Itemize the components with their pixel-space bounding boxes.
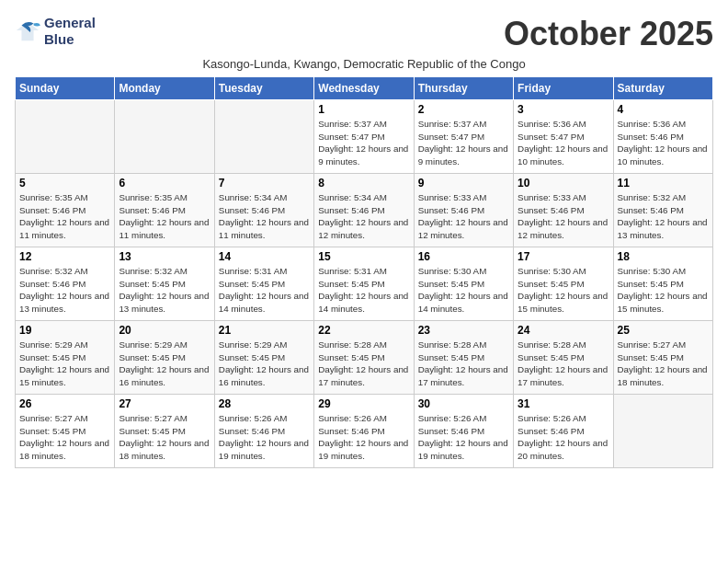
day-info: Sunrise: 5:29 AM Sunset: 5:45 PM Dayligh… [19,339,110,389]
calendar-cell: 23Sunrise: 5:28 AM Sunset: 5:45 PM Dayli… [414,321,513,395]
weekday-header-row: SundayMondayTuesdayWednesdayThursdayFrid… [16,77,713,100]
day-number: 18 [618,250,709,263]
day-number: 31 [518,397,609,410]
weekday-header: Monday [115,77,214,100]
calendar-cell: 15Sunrise: 5:31 AM Sunset: 5:45 PM Dayli… [314,247,414,321]
day-info: Sunrise: 5:26 AM Sunset: 5:46 PM Dayligh… [219,412,310,463]
header: General Blue October 2025 [15,15,713,53]
calendar-cell: 11Sunrise: 5:32 AM Sunset: 5:46 PM Dayli… [613,174,712,247]
calendar-cell: 12Sunrise: 5:32 AM Sunset: 5:46 PM Dayli… [16,247,115,321]
day-info: Sunrise: 5:32 AM Sunset: 5:45 PM Dayligh… [119,265,210,316]
calendar-cell: 28Sunrise: 5:26 AM Sunset: 5:46 PM Dayli… [214,395,313,468]
day-info: Sunrise: 5:27 AM Sunset: 5:45 PM Dayligh… [19,412,110,463]
day-number: 3 [518,103,609,116]
day-info: Sunrise: 5:34 AM Sunset: 5:46 PM Dayligh… [219,191,310,242]
day-info: Sunrise: 5:28 AM Sunset: 5:45 PM Dayligh… [518,339,609,389]
weekday-header: Saturday [613,77,712,100]
calendar-cell: 13Sunrise: 5:32 AM Sunset: 5:45 PM Dayli… [115,247,214,321]
calendar-cell: 7Sunrise: 5:34 AM Sunset: 5:46 PM Daylig… [214,174,313,247]
day-number: 17 [518,250,609,263]
calendar-cell [115,100,214,174]
day-number: 29 [318,397,409,410]
day-info: Sunrise: 5:37 AM Sunset: 5:47 PM Dayligh… [318,118,409,168]
day-number: 22 [318,324,409,337]
day-info: Sunrise: 5:29 AM Sunset: 5:45 PM Dayligh… [219,339,310,389]
day-info: Sunrise: 5:28 AM Sunset: 5:45 PM Dayligh… [318,339,409,389]
day-number: 21 [219,324,310,337]
day-number: 8 [318,177,409,190]
calendar-cell: 2Sunrise: 5:37 AM Sunset: 5:47 PM Daylig… [414,100,513,174]
subtitle: Kasongo-Lunda, Kwango, Democratic Republ… [15,57,713,71]
day-info: Sunrise: 5:32 AM Sunset: 5:46 PM Dayligh… [19,265,110,316]
calendar-week-row: 19Sunrise: 5:29 AM Sunset: 5:45 PM Dayli… [16,321,713,395]
day-number: 13 [119,250,210,263]
day-info: Sunrise: 5:36 AM Sunset: 5:47 PM Dayligh… [518,118,609,168]
calendar-cell: 6Sunrise: 5:35 AM Sunset: 5:46 PM Daylig… [115,174,214,247]
day-number: 6 [119,177,210,190]
day-number: 4 [618,103,709,116]
day-info: Sunrise: 5:31 AM Sunset: 5:45 PM Dayligh… [219,265,310,316]
day-number: 2 [418,103,509,116]
calendar-cell: 26Sunrise: 5:27 AM Sunset: 5:45 PM Dayli… [16,395,115,468]
day-info: Sunrise: 5:29 AM Sunset: 5:45 PM Dayligh… [119,339,210,389]
day-number: 15 [318,250,409,263]
calendar-table: SundayMondayTuesdayWednesdayThursdayFrid… [15,76,713,468]
day-number: 11 [618,177,709,190]
calendar-cell: 18Sunrise: 5:30 AM Sunset: 5:45 PM Dayli… [613,247,712,321]
calendar-cell: 29Sunrise: 5:26 AM Sunset: 5:46 PM Dayli… [314,395,414,468]
day-number: 16 [418,250,509,263]
day-info: Sunrise: 5:30 AM Sunset: 5:45 PM Dayligh… [518,265,609,316]
calendar-cell: 17Sunrise: 5:30 AM Sunset: 5:45 PM Dayli… [514,247,613,321]
calendar-cell [214,100,313,174]
calendar-cell: 31Sunrise: 5:26 AM Sunset: 5:46 PM Dayli… [514,395,613,468]
day-info: Sunrise: 5:35 AM Sunset: 5:46 PM Dayligh… [119,191,210,242]
logo-icon [15,18,40,44]
day-info: Sunrise: 5:32 AM Sunset: 5:46 PM Dayligh… [618,191,709,242]
weekday-header: Tuesday [214,77,313,100]
day-number: 12 [19,250,110,263]
weekday-header: Wednesday [314,77,414,100]
day-number: 28 [219,397,310,410]
logo: General Blue [15,15,96,48]
calendar-week-row: 5Sunrise: 5:35 AM Sunset: 5:46 PM Daylig… [16,174,713,247]
calendar-cell: 14Sunrise: 5:31 AM Sunset: 5:45 PM Dayli… [214,247,313,321]
day-number: 30 [418,397,509,410]
day-info: Sunrise: 5:26 AM Sunset: 5:46 PM Dayligh… [518,412,609,463]
calendar-cell: 9Sunrise: 5:33 AM Sunset: 5:46 PM Daylig… [414,174,513,247]
calendar-cell: 16Sunrise: 5:30 AM Sunset: 5:45 PM Dayli… [414,247,513,321]
day-info: Sunrise: 5:37 AM Sunset: 5:47 PM Dayligh… [418,118,509,168]
calendar-cell: 3Sunrise: 5:36 AM Sunset: 5:47 PM Daylig… [514,100,613,174]
calendar-cell: 8Sunrise: 5:34 AM Sunset: 5:46 PM Daylig… [314,174,414,247]
day-number: 20 [119,324,210,337]
day-number: 7 [219,177,310,190]
calendar-cell: 24Sunrise: 5:28 AM Sunset: 5:45 PM Dayli… [514,321,613,395]
calendar-cell: 22Sunrise: 5:28 AM Sunset: 5:45 PM Dayli… [314,321,414,395]
day-info: Sunrise: 5:31 AM Sunset: 5:45 PM Dayligh… [318,265,409,316]
calendar-cell: 27Sunrise: 5:27 AM Sunset: 5:45 PM Dayli… [115,395,214,468]
calendar-cell: 20Sunrise: 5:29 AM Sunset: 5:45 PM Dayli… [115,321,214,395]
day-number: 9 [418,177,509,190]
calendar-cell: 1Sunrise: 5:37 AM Sunset: 5:47 PM Daylig… [314,100,414,174]
day-info: Sunrise: 5:33 AM Sunset: 5:46 PM Dayligh… [518,191,609,242]
calendar-cell: 10Sunrise: 5:33 AM Sunset: 5:46 PM Dayli… [514,174,613,247]
day-info: Sunrise: 5:33 AM Sunset: 5:46 PM Dayligh… [418,191,509,242]
day-info: Sunrise: 5:27 AM Sunset: 5:45 PM Dayligh… [119,412,210,463]
day-info: Sunrise: 5:28 AM Sunset: 5:45 PM Dayligh… [418,339,509,389]
day-number: 19 [19,324,110,337]
day-number: 25 [618,324,709,337]
day-number: 5 [19,177,110,190]
logo-text: General Blue [44,15,96,48]
calendar-cell [16,100,115,174]
month-title: October 2025 [504,15,713,53]
weekday-header: Sunday [16,77,115,100]
day-number: 26 [19,397,110,410]
day-info: Sunrise: 5:30 AM Sunset: 5:45 PM Dayligh… [418,265,509,316]
calendar-cell: 5Sunrise: 5:35 AM Sunset: 5:46 PM Daylig… [16,174,115,247]
calendar-week-row: 1Sunrise: 5:37 AM Sunset: 5:47 PM Daylig… [16,100,713,174]
day-info: Sunrise: 5:26 AM Sunset: 5:46 PM Dayligh… [318,412,409,463]
day-info: Sunrise: 5:27 AM Sunset: 5:45 PM Dayligh… [618,339,709,389]
day-info: Sunrise: 5:30 AM Sunset: 5:45 PM Dayligh… [618,265,709,316]
calendar-cell [613,395,712,468]
calendar-cell: 4Sunrise: 5:36 AM Sunset: 5:46 PM Daylig… [613,100,712,174]
day-number: 24 [518,324,609,337]
